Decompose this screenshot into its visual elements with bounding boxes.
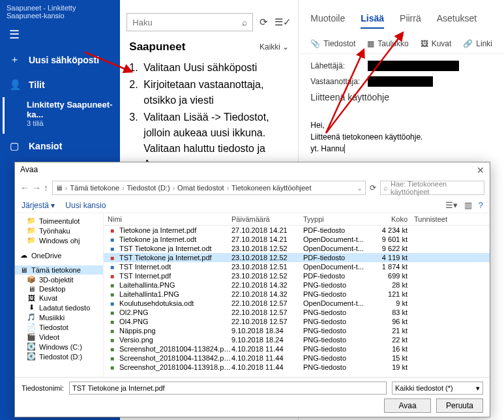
tab-insert[interactable]: Lisää xyxy=(361,13,384,29)
open-button[interactable]: Avaa xyxy=(384,398,431,413)
file-row[interactable]: ■Laitehallinta1.PNG22.10.2018 14.32PNG-t… xyxy=(104,290,490,299)
file-row[interactable]: ■Tietokone ja Internet.odt27.10.2018 14.… xyxy=(104,235,490,244)
breadcrumb[interactable]: 🖥›Tämä tietokone›Tiedostot (D:)›Omat tie… xyxy=(52,181,366,195)
cancel-button[interactable]: Peruuta xyxy=(436,398,483,413)
file-filter-dropdown[interactable]: Kaikki tiedostot (*)▾ xyxy=(392,382,483,395)
tree-item[interactable]: 🖥Desktop xyxy=(15,284,103,293)
file-row[interactable]: ■TST Tietokone ja Internet.odt23.10.2018… xyxy=(104,244,490,253)
filename-input[interactable] xyxy=(69,382,387,395)
folder-icon: 📁 xyxy=(27,236,36,245)
picture-icon: 🖼 xyxy=(421,39,428,48)
file-list[interactable]: Nimi Päivämäärä Tyyppi Koko Tunnisteet ■… xyxy=(104,213,490,377)
hamburger-icon[interactable]: ☰ xyxy=(0,22,120,47)
tree-item[interactable]: 🖥Tämä tietokone xyxy=(15,265,103,275)
folders-label: Kansiot xyxy=(29,141,62,151)
close-icon[interactable]: ✕ xyxy=(477,165,484,175)
refresh-icon[interactable]: ⟳ xyxy=(259,16,268,28)
organize-button[interactable]: Järjestä ▾ xyxy=(22,201,55,210)
tree-item[interactable]: 📁Toimeentulot xyxy=(15,216,103,226)
tree-item[interactable]: 💽Windows (C:) xyxy=(15,342,103,352)
col-date[interactable]: Päivämäärä xyxy=(231,215,303,223)
file-row[interactable]: ■TST Internet.pdf23.10.2018 12.52PDF-tie… xyxy=(104,271,490,280)
chevron-down-icon[interactable]: ⌄ xyxy=(357,184,363,192)
accounts-label: Tilit xyxy=(29,80,45,90)
folder-icon: 📁 xyxy=(27,226,36,235)
inbox-filter[interactable]: Kaikki ⌄ xyxy=(259,42,289,52)
file-row[interactable]: ■OI2.PNG22.10.2018 12.57PNG-tiedosto83 k… xyxy=(104,308,490,317)
new-mail-label: Uusi sähköposti xyxy=(29,55,99,65)
accounts-button[interactable]: 👤 Tilit xyxy=(0,72,120,97)
tab-settings[interactable]: Asetukset xyxy=(437,13,477,29)
tree-item[interactable]: 🖼Kuvat xyxy=(15,293,103,303)
folder-icon: 🎵 xyxy=(27,313,36,322)
file-row[interactable]: ■Screenshot_20181004-113824.png4.10.2018… xyxy=(104,344,490,353)
col-type[interactable]: Tyyppi xyxy=(303,215,375,223)
col-tags[interactable]: Tunnisteet xyxy=(414,215,486,223)
folders-button[interactable]: ▢ Kansiot xyxy=(0,134,120,158)
breadcrumb-item[interactable]: Omat tiedostot xyxy=(177,184,224,192)
insert-pictures-button[interactable]: 🖼Kuvat xyxy=(421,39,452,48)
folder-tree[interactable]: 📁Toimeentulot📁Työnhaku📁Windows ohj☁OneDr… xyxy=(15,213,104,377)
view-icon[interactable]: ☰▾ xyxy=(445,200,458,210)
file-row[interactable]: ■Koulutusehdotuksia.odt22.10.2018 12.57O… xyxy=(104,299,490,308)
new-mail-button[interactable]: ＋ Uusi sähköposti xyxy=(0,47,120,72)
refresh-icon[interactable]: ⟳ xyxy=(370,183,376,192)
tree-item[interactable]: 🎬Videot xyxy=(15,332,103,342)
link-icon: 🔗 xyxy=(463,39,473,48)
search-input[interactable]: ⌕ xyxy=(126,13,253,31)
breadcrumb-item[interactable]: Tietokoneen käyttöohjeet xyxy=(231,184,312,192)
subject-field[interactable]: Liitteenä käyttöohje xyxy=(310,92,389,102)
tab-draw[interactable]: Piirrä xyxy=(400,13,421,29)
breadcrumb-item[interactable]: Tiedostot (D:) xyxy=(127,184,170,192)
pc-icon: 🖥 xyxy=(55,184,63,192)
insert-link-button[interactable]: 🔗Linki xyxy=(463,39,492,48)
tree-item[interactable]: ⬇Ladatut tiedosto xyxy=(15,303,103,312)
file-row[interactable]: ■Versio.png9.10.2018 18.24PNG-tiedosto22… xyxy=(104,335,490,344)
file-row[interactable]: ■Tietokone ja Internet.pdf27.10.2018 14.… xyxy=(104,226,490,235)
tree-item[interactable]: 📁Työnhaku xyxy=(15,226,103,235)
folder-icon: 📄 xyxy=(27,323,36,331)
file-row[interactable]: ■Screenshot_20181004-113842.png4.10.2018… xyxy=(104,353,490,363)
breadcrumb-item[interactable]: Tämä tietokone xyxy=(70,184,119,192)
search-icon[interactable]: ⌕ xyxy=(242,17,247,27)
search-field[interactable] xyxy=(132,18,242,27)
file-row[interactable]: ■Näppis.png9.10.2018 18.34PNG-tiedosto21… xyxy=(104,326,490,335)
tree-item[interactable]: ☁OneDrive xyxy=(15,250,103,260)
nav-fwd-icon[interactable]: → xyxy=(32,183,41,193)
select-icon[interactable]: ☰✓ xyxy=(274,16,291,28)
help-icon[interactable]: ? xyxy=(479,200,483,210)
dialog-title: Avaa xyxy=(20,165,38,175)
file-row[interactable]: ■TST Tietokone ja Internet.pdf23.10.2018… xyxy=(104,253,490,262)
new-folder-button[interactable]: Uusi kansio xyxy=(65,201,106,210)
folder-icon: ▢ xyxy=(9,140,20,152)
insert-table-button[interactable]: ▦Taulukko xyxy=(367,39,408,48)
file-row[interactable]: ■OI4.PNG22.10.2018 12.57PNG-tiedosto96 k… xyxy=(104,317,490,326)
file-icon: ■ xyxy=(108,227,117,234)
tree-item[interactable]: 📁Windows ohj xyxy=(15,235,103,245)
tab-format[interactable]: Muotoile xyxy=(310,13,345,29)
folder-icon: 💽 xyxy=(27,342,36,351)
file-icon: ■ xyxy=(108,309,117,316)
tree-item[interactable]: 🎵Musiikki xyxy=(15,312,103,322)
file-icon: ■ xyxy=(108,254,117,262)
file-row[interactable]: ■Screenshot_20181004-113918.png4.10.2018… xyxy=(104,363,490,372)
tree-item[interactable]: 📦3D-objektit xyxy=(15,275,103,284)
file-row[interactable]: ■TST Internet.odt23.10.2018 12.51OpenDoc… xyxy=(104,262,490,271)
file-row[interactable]: ■Laitehallinta.PNG22.10.2018 14.32PNG-ti… xyxy=(104,280,490,290)
compose-body[interactable]: Hei, Liitteenä tietokoneen käyttöohje. y… xyxy=(299,114,504,160)
folder-icon: 📦 xyxy=(27,275,36,284)
nav-back-icon[interactable]: ← xyxy=(20,183,29,193)
window-title: Saapuneet - Linkitetty Saapuneet-kansio xyxy=(0,1,120,22)
file-icon: ■ xyxy=(108,300,117,307)
dialog-search-input[interactable]: ⌕ Hae: Tietokoneen käyttöohjeet xyxy=(380,181,484,195)
insert-files-button[interactable]: 📎Tiedostot xyxy=(310,39,355,48)
preview-icon[interactable]: ▥ xyxy=(464,200,472,210)
to-value-redacted[interactable] xyxy=(368,76,433,87)
col-name[interactable]: Nimi xyxy=(108,215,231,223)
account-item[interactable]: Linkitetty Saapuneet-ka... 3 tiliä xyxy=(3,97,120,134)
nav-up-icon[interactable]: ↑ xyxy=(44,183,48,193)
tree-item[interactable]: 📄Tiedostot xyxy=(15,322,103,332)
instructions: 1.Valitaan Uusi sähköposti2.Kirjoitetaan… xyxy=(120,60,298,173)
tree-item[interactable]: 💽Tiedostot (D:) xyxy=(15,352,103,361)
col-size[interactable]: Koko xyxy=(375,215,414,223)
